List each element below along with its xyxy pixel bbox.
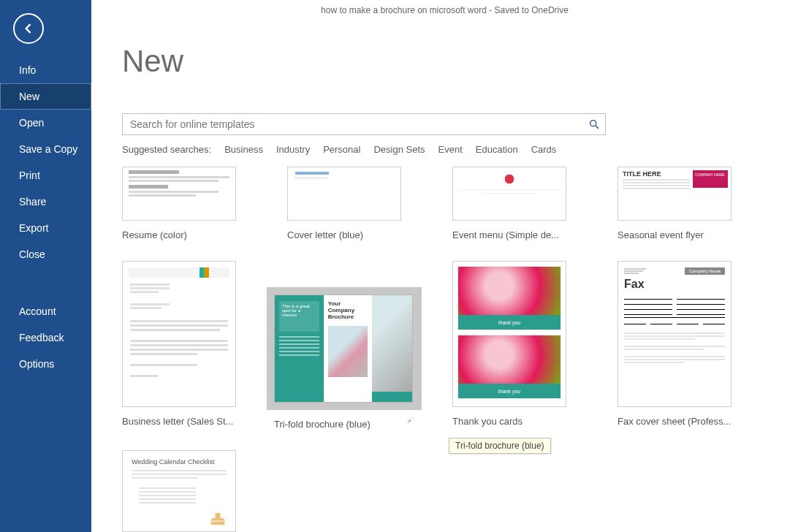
wedding-title: Wedding Calendar Checklist [132, 458, 227, 466]
template-card-resume[interactable]: Resume (color) [122, 167, 236, 240]
sidebar-item-export[interactable]: Export [0, 215, 91, 241]
template-row: Business letter (Sales St... This is a g… [122, 261, 783, 430]
template-row: Wedding Calendar Checklist [122, 450, 783, 532]
template-label: Tri-fold brochure (blue) [267, 419, 422, 430]
sidebar-item-feedback[interactable]: Feedback [0, 324, 91, 351]
search-icon [588, 118, 600, 130]
suggested-link-education[interactable]: Education [476, 144, 518, 155]
sidebar-item-save-a-copy[interactable]: Save a Copy [0, 136, 91, 162]
template-thumb [452, 167, 566, 221]
sidebar-item-share[interactable]: Share [0, 189, 91, 215]
trifold-heading: Your Company Brochure [328, 301, 368, 320]
template-thumb: TITLE HERE COMPANY NAME [618, 167, 732, 221]
suggested-link-design-sets[interactable]: Design Sets [373, 144, 425, 155]
trifold-pitch: This is a great spot for a mission [279, 301, 319, 332]
template-card-cover-letter[interactable]: Cover letter (blue) [287, 167, 401, 240]
search-button[interactable] [583, 114, 605, 134]
template-card-business-letter[interactable]: Business letter (Sales St... [122, 261, 236, 430]
sidebar-item-info[interactable]: Info [0, 57, 91, 83]
template-label: Fax cover sheet (Profess... [618, 416, 732, 427]
template-thumb [122, 261, 236, 407]
flyer-title: TITLE HERE [623, 170, 690, 178]
suggested-searches: Suggested searches: Business Industry Pe… [122, 144, 556, 155]
template-thumb-selected-frame: This is a great spot for a mission Your … [267, 287, 422, 410]
page-title: New [122, 44, 183, 79]
template-thumb [122, 167, 236, 221]
cake-icon [208, 508, 228, 528]
sidebar-menu: Info New Open Save a Copy Print Share Ex… [0, 57, 91, 377]
flyer-tag: COMPANY NAME [693, 170, 728, 179]
template-card-wedding-checklist[interactable]: Wedding Calendar Checklist [122, 450, 236, 532]
search-input[interactable] [123, 114, 583, 134]
template-thumb [287, 167, 401, 221]
backstage-sidebar: Info New Open Save a Copy Print Share Ex… [0, 0, 91, 532]
window-titlebar: how to make a brochure on microsoft word… [91, 0, 798, 20]
pin-icon[interactable] [406, 415, 414, 426]
sidebar-item-open[interactable]: Open [0, 110, 91, 136]
fax-title: Fax [624, 278, 725, 291]
thankyou-text: thank you [458, 315, 560, 330]
template-card-seasonal-flyer[interactable]: TITLE HERE COMPANY NAME Seasonal event f… [618, 167, 732, 240]
template-label: Thank you cards [452, 416, 566, 427]
back-button[interactable] [13, 13, 44, 44]
template-thumb: This is a great spot for a mission Your … [274, 294, 413, 403]
template-card-fax-cover[interactable]: Company Name Fax [618, 261, 732, 430]
svg-rect-2 [216, 513, 221, 518]
suggested-link-business[interactable]: Business [224, 144, 263, 155]
template-row: Resume (color) Cover letter (blue) Event… [122, 167, 783, 240]
template-label: Resume (color) [122, 229, 236, 240]
sidebar-item-account[interactable]: Account [0, 298, 91, 324]
sidebar-item-options[interactable]: Options [0, 351, 91, 377]
fax-company: Company Name [685, 267, 725, 275]
template-thumb: Wedding Calendar Checklist [122, 450, 236, 532]
backstage-main: how to make a brochure on microsoft word… [91, 0, 798, 532]
sidebar-item-new[interactable]: New [0, 83, 91, 110]
back-arrow-icon [21, 21, 36, 36]
suggested-link-cards[interactable]: Cards [531, 144, 557, 155]
suggested-link-industry[interactable]: Industry [276, 144, 310, 155]
template-thumb: thank you thank you [452, 261, 566, 407]
template-label: Seasonal event flyer [618, 229, 732, 240]
template-label: Business letter (Sales St... [122, 416, 236, 427]
template-label: Cover letter (blue) [287, 229, 401, 240]
template-grid: Resume (color) Cover letter (blue) Event… [122, 167, 783, 532]
template-card-trifold-brochure[interactable]: This is a great spot for a mission Your … [267, 287, 422, 430]
tooltip: Tri-fold brochure (blue) [449, 438, 551, 454]
sidebar-item-print[interactable]: Print [0, 162, 91, 189]
sidebar-item-close[interactable]: Close [0, 241, 91, 267]
template-card-event-menu[interactable]: Event menu (Simple de... [452, 167, 566, 240]
suggested-link-personal[interactable]: Personal [323, 144, 360, 155]
template-search [122, 113, 606, 135]
template-card-thank-you[interactable]: thank you thank you Thank you cards [452, 261, 566, 430]
svg-line-1 [596, 126, 598, 129]
template-thumb: Company Name Fax [618, 261, 732, 407]
template-label: Event menu (Simple de... [452, 229, 566, 240]
suggested-label: Suggested searches: [122, 144, 211, 155]
sidebar-spacer [0, 267, 91, 298]
thankyou-text: thank you [458, 384, 560, 398]
svg-point-0 [590, 121, 596, 126]
suggested-link-event[interactable]: Event [438, 144, 463, 155]
